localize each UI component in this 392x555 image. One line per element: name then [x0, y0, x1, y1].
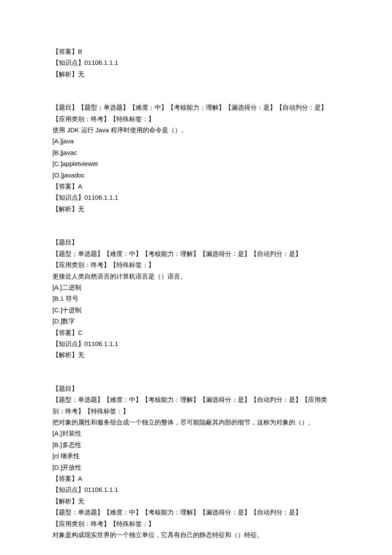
kp-line: 【知识点】01106.1.1.1 — [52, 192, 340, 203]
question-stem: 使用 JDK 运行 Java 程序时使用的命令是（）。 — [52, 125, 340, 136]
exp-label: 【解析】 — [52, 497, 78, 505]
exp-value: 无 — [78, 497, 84, 505]
option-d: [O.]javadoc — [52, 170, 340, 181]
question-tags: 【题型：单选题】【难度：中】【考核能力：理解】【漏选得分：是】【自动判分：是】【… — [52, 394, 340, 417]
exp-label: 【解析】 — [52, 70, 78, 78]
exp-label: 【解析】 — [52, 205, 78, 212]
exp-line: 【解析】无 — [52, 69, 340, 80]
question-title: 【题目】 — [52, 237, 340, 248]
question-stem: 更接近人类自然语言的计算机语言是（）语言。 — [52, 271, 340, 282]
option-a: [A.]封装性 — [52, 428, 340, 439]
question-tags: 【应用类别：终考】【特殊标签：】 — [52, 259, 340, 270]
answer-value: A — [78, 475, 82, 482]
kp-line: 【知识点】01106.1.1.1 — [52, 484, 340, 495]
kp-value: 01106.1.1.1 — [84, 59, 118, 66]
answer-label: 【答案】 — [52, 329, 78, 336]
document-page: 【答案】B 【知识点】01106.1.1.1 【解析】无 【题目】【题型；单选题… — [0, 0, 392, 540]
block-gap — [52, 215, 340, 237]
exp-value: 无 — [78, 70, 84, 78]
option-d: [D.]开放性 — [52, 462, 340, 473]
kp-value: 01106.1.1.1 — [84, 194, 118, 201]
option-d: [D.]数字 — [52, 316, 340, 327]
answer-line: 【答案】B — [52, 46, 340, 57]
answer-value: C — [78, 329, 83, 336]
option-c: [C.]appletviewer — [52, 158, 340, 169]
question-tags: 【题型：单选题】【难度：中】【考核能力：理解】【漏选得分：是】【自动判分：是】 — [52, 507, 340, 518]
question-tags: 【题型；单选题】【难度：中】【考核能力：理解】【漏选得分：是】【自动判分：是】 — [52, 248, 340, 259]
kp-label: 【知识点】 — [52, 59, 84, 66]
answer-line: 【答案】C — [52, 327, 340, 338]
kp-label: 【知识点】 — [52, 340, 84, 347]
option-a: [A.]java — [52, 136, 340, 147]
question-title: 【题目】 — [52, 383, 340, 394]
exp-label: 【解析】 — [52, 351, 78, 358]
kp-label: 【知识点】 — [52, 194, 84, 201]
question-stem: 对象是构成现实世界的一个独立单位，它具有自己的静态特征和（）特征。 — [52, 529, 340, 540]
answer-label: 【答案】 — [52, 475, 78, 482]
kp-line: 【知识点】01106.1.1.1 — [52, 57, 340, 68]
answer-line: 【答案】A — [52, 473, 340, 484]
answer-label: 【答案】 — [52, 183, 78, 190]
answer-value: B — [78, 48, 82, 55]
exp-value: 无 — [78, 205, 84, 212]
option-b: [B.]javac — [52, 147, 340, 158]
exp-line: 【解析】无 — [52, 349, 340, 360]
option-b: [B.]多态性 — [52, 439, 340, 450]
option-b: [B.1 符号 — [52, 293, 340, 304]
exp-line: 【解析】无 — [52, 496, 340, 507]
kp-value: 01106.1.1.1 — [84, 340, 118, 347]
block-gap — [52, 80, 340, 102]
option-c: [cl 继承性 — [52, 450, 340, 462]
kp-value: 01106.1.1.1 — [84, 486, 118, 493]
question-stem: 把对象的属性和服务组合成一个独立的整体，尽可能隐蔽其内部的细节，这称为对象的（）… — [52, 417, 340, 428]
answer-line: 【答案】A — [52, 181, 340, 192]
answer-value: A — [78, 183, 82, 190]
answer-label: 【答案】 — [52, 48, 78, 55]
option-c: [C.]十进制 — [52, 305, 340, 316]
kp-line: 【知识点】01106.1.1.1 — [52, 338, 340, 349]
question-tags: 【应用类别：终考】【特殊标签：】 — [52, 518, 340, 529]
exp-value: 无 — [78, 351, 84, 358]
option-a: [A.]二进制 — [52, 282, 340, 293]
block-gap — [52, 361, 340, 383]
exp-line: 【解析】无 — [52, 203, 340, 215]
question-header: 【题目】【题型；单选题】【难度：中】【考核能力：理解】【漏选得分：是】【自动判分… — [52, 102, 340, 125]
kp-label: 【知识点】 — [52, 486, 84, 493]
